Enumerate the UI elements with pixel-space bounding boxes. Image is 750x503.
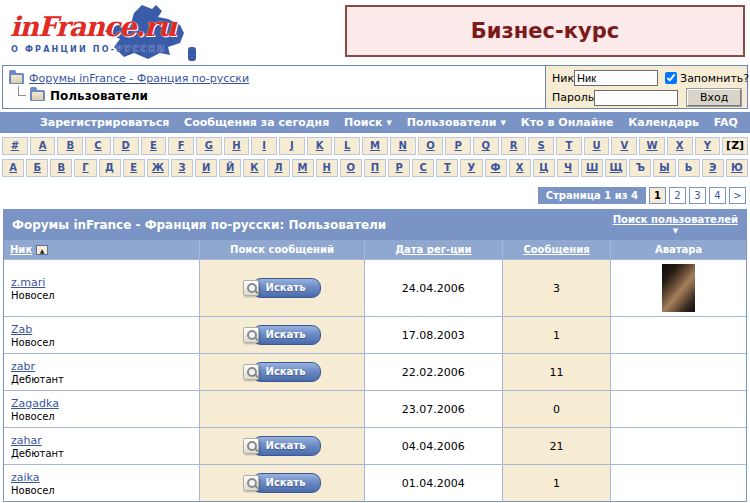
letter-cell[interactable]: В bbox=[50, 159, 72, 177]
search-users-link[interactable]: Поиск пользователей ▼ bbox=[613, 215, 738, 236]
letter-cell[interactable]: P bbox=[445, 137, 471, 155]
letter-cell[interactable]: Ж bbox=[147, 159, 169, 177]
page-button[interactable]: 4 bbox=[709, 187, 726, 204]
page-button[interactable]: 3 bbox=[689, 187, 706, 204]
letter-cell[interactable]: К bbox=[243, 159, 265, 177]
username-link[interactable]: zaika bbox=[11, 471, 40, 484]
letter-cell[interactable]: N bbox=[390, 137, 416, 155]
column-posts[interactable]: Сообщения bbox=[523, 244, 589, 255]
login-button[interactable]: Вход bbox=[687, 89, 741, 106]
letter-cell[interactable]: T bbox=[556, 137, 582, 155]
password-input[interactable] bbox=[594, 90, 678, 106]
letter-cell[interactable]: X bbox=[667, 137, 693, 155]
letter-cell[interactable]: И bbox=[195, 159, 217, 177]
letter-cell[interactable]: С bbox=[412, 159, 434, 177]
post-count: 3 bbox=[502, 260, 610, 316]
letter-cell[interactable]: Q bbox=[473, 137, 499, 155]
letter-cell[interactable]: З bbox=[171, 159, 193, 177]
letter-cell[interactable]: Н bbox=[316, 159, 338, 177]
letter-cell[interactable]: H bbox=[224, 137, 250, 155]
letter-cell[interactable]: Y bbox=[695, 137, 721, 155]
letter-cell[interactable]: У bbox=[460, 159, 482, 177]
letter-cell[interactable]: Э bbox=[702, 159, 724, 177]
username-link[interactable]: zahar bbox=[11, 434, 42, 447]
nick-input[interactable] bbox=[574, 70, 658, 86]
letter-cell[interactable]: Г bbox=[74, 159, 96, 177]
letter-cell[interactable]: # bbox=[2, 137, 28, 155]
table-row: Zab Новосел Искать 17.08.2003 1 bbox=[4, 316, 746, 353]
letter-cell[interactable]: П bbox=[364, 159, 386, 177]
letter-cell[interactable]: Л bbox=[267, 159, 289, 177]
letter-cell[interactable]: Ч bbox=[557, 159, 579, 177]
letter-cell[interactable]: F bbox=[168, 137, 194, 155]
letter-cell[interactable]: L bbox=[334, 137, 360, 155]
letter-cell[interactable]: R bbox=[501, 137, 527, 155]
username-link[interactable]: zabr bbox=[11, 360, 35, 373]
letter-cell[interactable]: Ц bbox=[533, 159, 555, 177]
letter-cell[interactable]: W bbox=[639, 137, 665, 155]
letter-cell[interactable]: Б bbox=[26, 159, 48, 177]
letter-cell[interactable]: U bbox=[584, 137, 610, 155]
column-reg-date[interactable]: Дата рег-ции bbox=[395, 244, 471, 255]
letter-cell[interactable]: K bbox=[307, 137, 333, 155]
breadcrumb: Форумы inFrance - Франция по-русски Поль… bbox=[3, 66, 545, 108]
letter-cell[interactable]: Д bbox=[99, 159, 121, 177]
letter-cell[interactable]: Х bbox=[509, 159, 531, 177]
username-link[interactable]: z.mari bbox=[11, 276, 45, 289]
letter-cell[interactable]: J bbox=[279, 137, 305, 155]
remember-checkbox[interactable] bbox=[665, 72, 677, 84]
letter-cell[interactable]: Р bbox=[388, 159, 410, 177]
column-nick[interactable]: Ник bbox=[10, 244, 32, 255]
letter-cell[interactable]: М bbox=[292, 159, 314, 177]
search-posts-button[interactable]: Искать bbox=[243, 325, 322, 345]
letter-cell[interactable]: B bbox=[57, 137, 83, 155]
column-search-posts: Поиск сообщений bbox=[199, 240, 364, 259]
nav-item[interactable]: Поиск ▼ bbox=[344, 116, 392, 129]
search-posts-button[interactable]: Искать bbox=[243, 278, 322, 298]
letter-cell[interactable]: I bbox=[251, 137, 277, 155]
letter-cell[interactable]: Т bbox=[436, 159, 458, 177]
letter-cell[interactable]: Ь bbox=[678, 159, 700, 177]
nav-item[interactable]: Пользователи ▼ bbox=[407, 116, 506, 129]
letter-cell[interactable]: V bbox=[611, 137, 637, 155]
magnifier-icon bbox=[243, 280, 259, 296]
page-button[interactable]: 1 bbox=[649, 187, 666, 204]
letter-cell[interactable]: Е bbox=[123, 159, 145, 177]
letter-cell[interactable]: C bbox=[85, 137, 111, 155]
site-logo[interactable]: inFrance.ru О ФРАНЦИИ ПО-РУССКИ bbox=[8, 3, 208, 63]
username-link[interactable]: Zagadka bbox=[11, 397, 59, 410]
letter-cell[interactable]: Ы bbox=[653, 159, 675, 177]
breadcrumb-root-link[interactable]: Форумы inFrance - Франция по-русски bbox=[29, 72, 249, 85]
letter-cell[interactable]: M bbox=[362, 137, 388, 155]
letter-cell[interactable]: D bbox=[113, 137, 139, 155]
nav-item[interactable]: Сообщения за сегодня bbox=[184, 116, 329, 129]
nav-item[interactable]: Зарегистрироваться bbox=[40, 116, 169, 129]
letter-cell[interactable]: G bbox=[196, 137, 222, 155]
letter-cell[interactable]: Ш bbox=[581, 159, 603, 177]
letter-cell[interactable]: A bbox=[30, 137, 56, 155]
letter-cell[interactable]: S bbox=[528, 137, 554, 155]
ad-banner[interactable]: Бизнес-курс bbox=[345, 5, 745, 57]
username-link[interactable]: Zab bbox=[11, 323, 32, 336]
letter-cell[interactable]: O bbox=[418, 137, 444, 155]
nav-item[interactable]: FAQ bbox=[714, 116, 738, 129]
letter-cell[interactable]: О bbox=[340, 159, 362, 177]
tree-connector-icon bbox=[18, 86, 26, 96]
letter-cell[interactable]: Ъ bbox=[629, 159, 651, 177]
search-posts-button[interactable]: Искать bbox=[243, 473, 322, 493]
letter-cell[interactable]: Ф bbox=[485, 159, 507, 177]
nav-item[interactable]: Кто в Онлайне bbox=[521, 116, 614, 129]
letter-cell[interactable]: Ю bbox=[726, 159, 748, 177]
letter-cell[interactable]: Щ bbox=[605, 159, 627, 177]
breadcrumb-current: Пользователи bbox=[50, 89, 148, 103]
search-posts-button[interactable]: Искать bbox=[243, 362, 322, 382]
page-button[interactable]: 2 bbox=[669, 187, 686, 204]
search-posts-button[interactable]: Искать bbox=[243, 436, 322, 456]
magnifier-icon bbox=[243, 327, 259, 343]
sort-asc-icon[interactable]: ▲ bbox=[36, 245, 48, 255]
letter-cell[interactable]: А bbox=[2, 159, 24, 177]
letter-cell[interactable]: E bbox=[141, 137, 167, 155]
next-page-button[interactable]: > bbox=[729, 187, 746, 204]
letter-cell[interactable]: Й bbox=[219, 159, 241, 177]
nav-item[interactable]: Календарь bbox=[628, 116, 699, 129]
